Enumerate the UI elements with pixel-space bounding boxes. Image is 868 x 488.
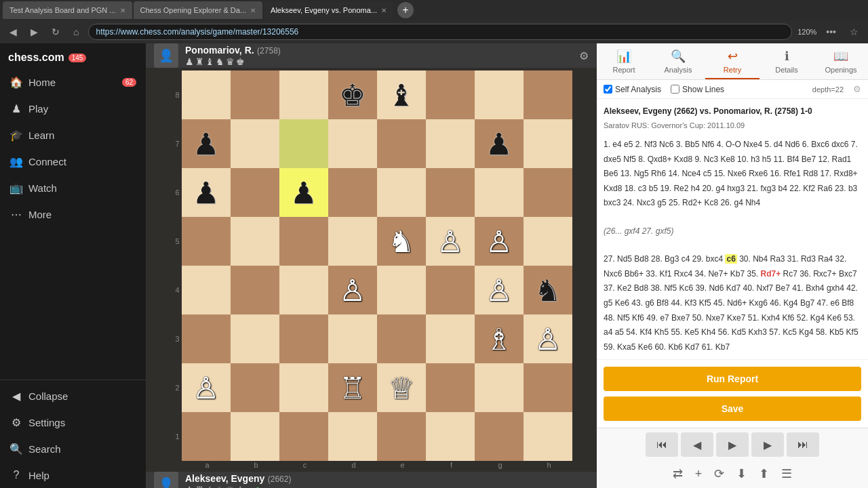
menu-button[interactable]: ☰: [778, 464, 795, 484]
square-d8[interactable]: ♚: [328, 70, 377, 119]
tab-analysis[interactable]: 🔍 Analysis: [651, 43, 705, 79]
sidebar-item-more[interactable]: ⋯ More: [0, 201, 146, 228]
moves-text[interactable]: 1. e4 e5 2. Nf3 Nc6 3. Bb5 Nf6 4. O-O Nx…: [604, 138, 861, 211]
square-b8[interactable]: [231, 70, 279, 119]
square-f7[interactable]: [426, 119, 475, 168]
square-e5[interactable]: ♞: [377, 217, 426, 266]
square-d7[interactable]: [328, 119, 377, 168]
square-a6[interactable]: ♟: [182, 168, 231, 217]
engine-button[interactable]: ⟳: [711, 464, 727, 484]
tab-2-close[interactable]: ✕: [250, 7, 256, 14]
square-e3[interactable]: [377, 314, 426, 363]
square-a3[interactable]: [182, 314, 231, 363]
square-a4[interactable]: [182, 266, 231, 314]
square-f4[interactable]: [426, 266, 475, 314]
prev-move-button[interactable]: ◀: [681, 432, 713, 457]
square-a5[interactable]: [182, 217, 231, 266]
tab-1[interactable]: Test Analysis Board and PGN ... ✕: [3, 1, 132, 19]
square-e4[interactable]: [377, 266, 426, 314]
show-lines-input[interactable]: [671, 85, 679, 94]
square-f5[interactable]: ♙: [426, 217, 475, 266]
self-analysis-checkbox[interactable]: Retry Self Analysis: [604, 85, 661, 94]
forward-button[interactable]: ▶: [26, 25, 42, 39]
square-h6[interactable]: [524, 168, 572, 217]
board-settings-icon[interactable]: ⚙: [579, 49, 589, 62]
tab-retry[interactable]: ↩ Retry: [705, 43, 760, 79]
square-c6[interactable]: ♟: [279, 168, 328, 217]
square-c4[interactable]: [279, 266, 328, 314]
square-a8[interactable]: [182, 70, 231, 119]
square-d6[interactable]: [328, 168, 377, 217]
square-d3[interactable]: [328, 314, 377, 363]
square-e2[interactable]: ♕: [377, 363, 426, 412]
square-f6[interactable]: [426, 168, 475, 217]
square-b2[interactable]: [231, 363, 279, 412]
tab-details[interactable]: ℹ Details: [760, 43, 814, 79]
next-move-button[interactable]: ▶: [751, 432, 784, 457]
square-a7[interactable]: ♟: [182, 119, 231, 168]
square-g8[interactable]: [475, 70, 524, 119]
square-d2[interactable]: ♖: [328, 363, 377, 412]
sidebar-item-watch[interactable]: 📺 Watch: [0, 175, 146, 201]
url-bar[interactable]: [88, 24, 792, 40]
square-b4[interactable]: [231, 266, 279, 314]
square-c7[interactable]: [279, 119, 328, 168]
square-h2[interactable]: [524, 363, 572, 412]
square-a2[interactable]: ♙: [182, 363, 231, 412]
square-h4[interactable]: ♞: [524, 266, 572, 314]
sidebar-item-help[interactable]: ? Help: [0, 462, 146, 488]
flip-board-button[interactable]: ⇄: [670, 464, 686, 484]
last-move-button[interactable]: ⏭: [787, 432, 819, 457]
square-f1[interactable]: [426, 412, 475, 461]
more-options-button[interactable]: •••: [822, 25, 840, 39]
sidebar-item-collapse[interactable]: ◀ Collapse: [0, 383, 146, 409]
sidebar-item-home[interactable]: 🏠 Home 62: [0, 69, 146, 96]
square-e8[interactable]: ♝: [377, 70, 426, 119]
square-d4[interactable]: ♙: [328, 266, 377, 314]
tab-3[interactable]: Alekseev, Evgeny vs. Ponoma... ✕: [264, 1, 393, 19]
square-g1[interactable]: [475, 412, 524, 461]
save-button[interactable]: Save: [604, 396, 861, 421]
tab-2[interactable]: Chess Opening Explorer & Da... ✕: [134, 1, 263, 19]
square-h5[interactable]: [524, 217, 572, 266]
moves-area[interactable]: Alekseev, Evgeny (2662) vs. Ponomariov, …: [597, 99, 868, 359]
square-g6[interactable]: [475, 168, 524, 217]
square-c1[interactable]: [279, 412, 328, 461]
active-move[interactable]: Rd7+: [760, 269, 781, 279]
play-button[interactable]: ▶: [716, 432, 749, 457]
square-f2[interactable]: [426, 363, 475, 412]
self-analysis-input[interactable]: [604, 85, 612, 94]
square-g3[interactable]: ♗: [475, 314, 524, 363]
square-c2[interactable]: [279, 363, 328, 412]
sidebar-item-learn[interactable]: 🎓 Learn: [0, 122, 146, 148]
tab-report[interactable]: 📊 Report: [597, 43, 651, 79]
back-button[interactable]: ◀: [5, 25, 21, 39]
add-move-button[interactable]: +: [692, 464, 705, 484]
chess-board[interactable]: ♚♝♟♟♟♟♞♙♙♙♙♞♗♙♙♖♕: [182, 70, 572, 461]
square-d1[interactable]: [328, 412, 377, 461]
square-c3[interactable]: [279, 314, 328, 363]
moves-text2[interactable]: 27. Nd5 Bd8 28. Bg3 c4 29. bxc4 c6 30. N…: [604, 252, 861, 354]
square-h3[interactable]: ♙: [524, 314, 572, 363]
sidebar-item-connect[interactable]: 👥 Connect: [0, 148, 146, 175]
square-b6[interactable]: [231, 168, 279, 217]
square-h7[interactable]: [524, 119, 572, 168]
square-b1[interactable]: [231, 412, 279, 461]
square-g7[interactable]: ♟: [475, 119, 524, 168]
square-e6[interactable]: [377, 168, 426, 217]
square-d5[interactable]: [328, 217, 377, 266]
square-f8[interactable]: [426, 70, 475, 119]
square-h1[interactable]: [524, 412, 572, 461]
square-e7[interactable]: [377, 119, 426, 168]
square-h8[interactable]: [524, 70, 572, 119]
square-f3[interactable]: [426, 314, 475, 363]
square-g5[interactable]: ♙: [475, 217, 524, 266]
tab-1-close[interactable]: ✕: [120, 7, 125, 14]
tab-3-close[interactable]: ✕: [381, 7, 387, 14]
tab-openings[interactable]: 📖 Openings: [814, 43, 868, 79]
square-a1[interactable]: [182, 412, 231, 461]
sidebar-item-play[interactable]: ♟ Play: [0, 96, 146, 122]
sidebar-item-search[interactable]: 🔍 Search: [0, 436, 146, 462]
home-button[interactable]: ⌂: [69, 25, 83, 39]
square-c8[interactable]: [279, 70, 328, 119]
